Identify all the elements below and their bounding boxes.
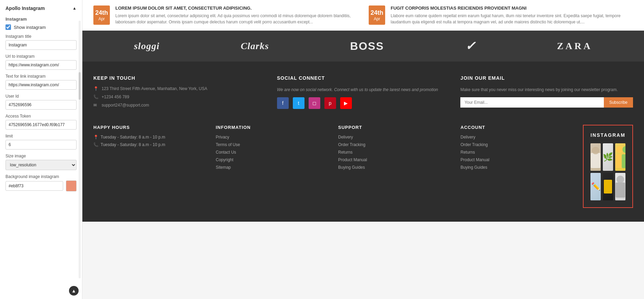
user-id-group: User Id	[5, 94, 77, 110]
footer-link-copyright[interactable]: Copyright	[216, 157, 330, 162]
scrollbar-track	[79, 21, 81, 278]
support-link-order-tracking[interactable]: Order Tracking	[338, 142, 452, 147]
collapse-icon[interactable]: ▲	[72, 6, 77, 11]
happy-hours-1: 📍 Tuesday - Saturday: 8 a.m - 10 p.m	[93, 135, 208, 140]
support-link-delivery[interactable]: Delivery	[338, 135, 452, 140]
phone-icon-2: 📞	[93, 142, 99, 147]
keep-in-touch-title: KEEP IN TOUCH	[93, 75, 266, 81]
instagram-image-3[interactable]	[615, 143, 625, 171]
brand-nike: ✓	[465, 39, 476, 53]
article-title-2: FUGIT CORPORIS MOLESTIAS REICIENDIS PROV…	[391, 5, 633, 11]
size-image-label: Size image	[5, 154, 77, 158]
email-text: support247@support.com	[102, 103, 149, 108]
brand-boss: BOSS	[350, 40, 384, 53]
location-icon-2: 📍	[93, 135, 99, 140]
limit-label: limit	[5, 134, 77, 139]
date-badge-1: 24th Apr	[93, 5, 110, 25]
footer-information: INFORMATION Privacy Terms of Use Contact…	[216, 125, 330, 208]
brand-sloggi: sloggi	[134, 41, 159, 52]
footer-link-contact[interactable]: Contact Us	[216, 150, 330, 155]
size-image-group: Size image thumbnail low_resolution stan…	[5, 154, 77, 170]
account-link-order-tracking[interactable]: Order Tracking	[461, 142, 575, 147]
information-title: INFORMATION	[216, 125, 330, 130]
email-input-row: Subscribe	[460, 97, 633, 108]
account-link-buying-guides[interactable]: Buying Guides	[461, 165, 575, 170]
article-title-1: LOREM IPSUM DOLOR SIT AMET, CONSECTETUR …	[115, 5, 358, 11]
main-content: 24th Apr LOREM IPSUM DOLOR SIT AMET, CON…	[82, 0, 644, 299]
show-instagram-checkbox[interactable]	[5, 24, 11, 30]
text-link-input[interactable]	[5, 80, 77, 90]
account-link-returns[interactable]: Returns	[461, 150, 575, 155]
url-instagram-group: Url to instagram	[5, 54, 77, 70]
instagram-image-5[interactable]	[603, 173, 613, 200]
color-swatch[interactable]	[66, 180, 77, 191]
article-text-1: LOREM IPSUM DOLOR SIT AMET, CONSECTETUR …	[115, 5, 358, 25]
subscribe-button[interactable]: Subscribe	[604, 97, 633, 108]
date-month-1: Apr	[99, 16, 105, 21]
date-month-2: Apr	[374, 16, 380, 21]
article-body-2: Llabore eum ratione quidem repellat enim…	[391, 13, 633, 25]
social-icons-row: f t ◻ p ▶	[277, 97, 450, 109]
twitter-icon[interactable]: t	[293, 97, 304, 109]
access-token-input[interactable]	[5, 120, 77, 130]
color-row	[5, 180, 77, 191]
bg-image-label: Background image instagram	[5, 174, 77, 179]
account-link-product-manual[interactable]: Product Manual	[461, 157, 575, 162]
phone-item: 📞 +1234 456 789	[93, 95, 266, 99]
instagram-title-input[interactable]	[5, 40, 77, 50]
address-item: 📍 123 Third Street Fifth Avenue, Manhatt…	[93, 86, 266, 91]
size-image-select[interactable]: thumbnail low_resolution standard_resolu…	[5, 160, 77, 170]
instagram-image-1[interactable]	[590, 143, 601, 171]
address-text: 123 Third Street Fifth Avenue, Manhattan…	[102, 86, 207, 91]
article-body-1: Lorem ipsum dolor sit amet, consectetur …	[115, 13, 358, 25]
footer-keep-in-touch: KEEP IN TOUCH 📍 123 Third Street Fifth A…	[93, 75, 266, 111]
instagram-grid: 🌿 ✏️	[590, 143, 625, 200]
footer-join-email: JOIN OUR EMAIL Make sure that you never …	[460, 75, 633, 111]
instagram-title-label: Instagram title	[5, 34, 77, 39]
pinterest-icon[interactable]: p	[324, 97, 336, 109]
url-instagram-input[interactable]	[5, 60, 77, 70]
date-day-2: 24th	[370, 9, 383, 16]
show-instagram-label: Show instagram	[14, 25, 46, 30]
text-link-group: Text for link instagram	[5, 74, 77, 90]
hours-2-text: Tuesday - Saturday: 8 a.m - 10 p.m	[101, 142, 165, 147]
instagram-image-4[interactable]: ✏️	[590, 173, 601, 200]
text-link-label: Text for link instagram	[5, 74, 77, 79]
social-connect-desc: We are now on social network. Connect wi…	[277, 86, 450, 93]
support-link-product-manual[interactable]: Product Manual	[338, 157, 452, 162]
email-newsletter-input[interactable]	[460, 97, 603, 108]
phone-text: +1234 456 789	[102, 95, 129, 99]
user-id-label: User Id	[5, 94, 77, 99]
instagram-image-2[interactable]: 🌿	[603, 143, 613, 171]
social-connect-title: SOCIAL CONNECT	[277, 75, 450, 81]
footer-top: KEEP IN TOUCH 📍 123 Third Street Fifth A…	[93, 75, 633, 111]
footer-link-sitemap[interactable]: Sitemap	[216, 165, 330, 170]
support-link-buying-guides[interactable]: Buying Guides	[338, 165, 452, 170]
article-card-1: 24th Apr LOREM IPSUM DOLOR SIT AMET, CON…	[93, 5, 358, 25]
footer-link-privacy[interactable]: Privacy	[216, 135, 330, 140]
brands-section: sloggi Clarks BOSS ✓ ZARA	[82, 31, 644, 62]
account-link-delivery[interactable]: Delivery	[461, 135, 575, 140]
scroll-to-bottom-button[interactable]: ▲	[69, 286, 79, 296]
show-instagram-row: Show instagram	[5, 24, 77, 30]
facebook-icon[interactable]: f	[277, 97, 289, 109]
url-instagram-label: Url to instagram	[5, 54, 77, 59]
email-icon: ✉	[93, 103, 99, 108]
user-id-input[interactable]	[5, 100, 77, 110]
footer-link-terms[interactable]: Terms of Use	[216, 142, 330, 147]
instagram-image-6[interactable]	[615, 173, 625, 200]
scrollbar-thumb[interactable]	[79, 72, 81, 100]
happy-hours-2: 📞 Tuesday - Saturday: 8 a.m - 10 p.m	[93, 142, 208, 147]
instagram-icon[interactable]: ◻	[309, 97, 320, 109]
brand-zara: ZARA	[557, 41, 592, 52]
phone-icon: 📞	[93, 95, 99, 99]
account-title: ACCOUNT	[461, 125, 575, 130]
location-icon: 📍	[93, 86, 99, 91]
support-link-returns[interactable]: Returns	[338, 150, 452, 155]
articles-section: 24th Apr LOREM IPSUM DOLOR SIT AMET, CON…	[82, 0, 644, 31]
youtube-icon[interactable]: ▶	[340, 97, 352, 109]
footer-social-connect: SOCIAL CONNECT We are now on social netw…	[277, 75, 450, 111]
limit-input[interactable]	[5, 140, 77, 150]
footer-support: SUPPORT Delivery Order Tracking Returns …	[338, 125, 452, 208]
bg-color-input[interactable]	[5, 181, 63, 191]
